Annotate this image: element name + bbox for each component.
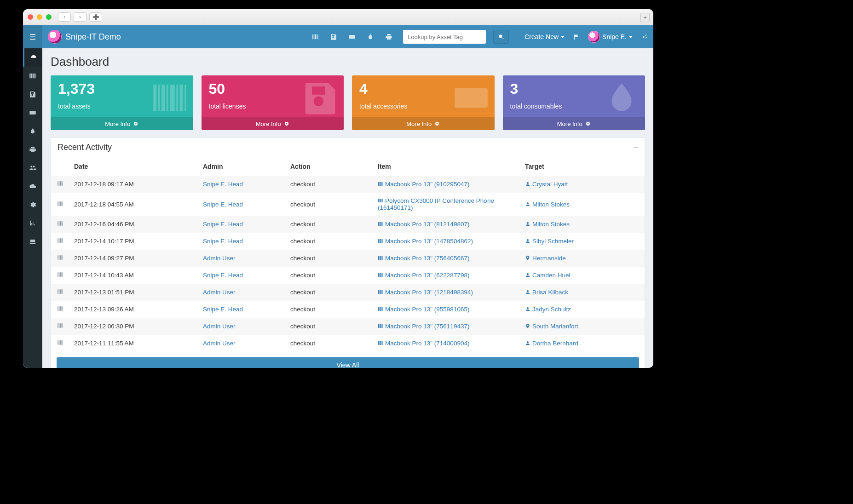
stat-card-barcode[interactable]: 1,373total assetsMore Info [51, 75, 193, 130]
collapse-button[interactable]: − [633, 143, 638, 152]
quick-license-icon[interactable] [329, 33, 338, 41]
view-all-button[interactable]: View All [57, 357, 639, 368]
location-icon [525, 323, 530, 329]
forward-button[interactable]: › [74, 12, 86, 22]
column-header: Target [520, 157, 645, 176]
target-link[interactable]: Milton Stokes [532, 201, 570, 208]
admin-link[interactable]: Admin User [203, 340, 236, 347]
back-button[interactable]: ‹ [58, 12, 71, 22]
user-icon [525, 340, 530, 346]
item-link[interactable]: Macbook Pro 13" (812149807) [385, 221, 469, 228]
panel-title: Recent Activity [58, 143, 112, 152]
admin-link[interactable]: Admin User [203, 289, 236, 296]
cell-target: Jadyn Schultz [520, 301, 645, 318]
quick-component-icon[interactable] [385, 33, 393, 41]
item-link[interactable]: Macbook Pro 13" (756119437) [385, 323, 469, 330]
cell-action: checkout [286, 233, 373, 250]
sidebar-item-consumables[interactable] [23, 122, 42, 140]
quick-accessory-icon[interactable] [348, 33, 356, 41]
target-link[interactable]: Jadyn Schultz [532, 306, 571, 313]
cell-item: Macbook Pro 13" (955981065) [373, 301, 520, 318]
sidebar-item-components[interactable] [23, 140, 42, 159]
target-link[interactable]: Dortha Bernhard [532, 340, 578, 347]
item-link[interactable]: Macbook Pro 13" (1478504862) [385, 238, 473, 245]
brand[interactable]: Snipe-IT Demo [48, 30, 121, 44]
sidebar-item-accessories[interactable] [23, 103, 42, 122]
sidebar-item-import[interactable] [23, 177, 42, 195]
user-icon [525, 181, 530, 187]
admin-link[interactable]: Snipe E. Head [203, 238, 243, 245]
cell-item: Macbook Pro 13" (1218498394) [373, 284, 520, 301]
item-link[interactable]: Macbook Pro 13" (756405667) [385, 255, 469, 262]
flag-icon [573, 34, 580, 40]
barcode-icon [378, 272, 383, 278]
zoom-window-button[interactable] [46, 14, 52, 20]
window-controls [28, 14, 52, 20]
sidebar-item-people[interactable] [23, 159, 42, 177]
target-link[interactable]: South Marianfort [532, 323, 578, 330]
item-link[interactable]: Macbook Pro 13" (714000904) [385, 340, 469, 347]
admin-link[interactable]: Snipe E. Head [203, 201, 243, 208]
item-link[interactable]: Polycom CX3000 IP Conference Phone (1614… [378, 197, 494, 211]
sidebar-item-dashboard[interactable] [23, 48, 42, 67]
sidebar-item-settings[interactable] [23, 195, 42, 214]
minimize-window-button[interactable] [37, 14, 42, 20]
quick-asset-icon[interactable] [311, 33, 319, 41]
table-row: 2017-12-18 04:55 AMSnipe E. Headcheckout… [51, 193, 645, 216]
target-link[interactable]: Brisa Kilback [532, 289, 568, 296]
asset-search-input[interactable] [403, 30, 486, 44]
cell-target: Hermanside [520, 250, 645, 267]
quick-consumable-icon[interactable] [366, 33, 375, 41]
create-new-menu[interactable]: Create New [524, 33, 565, 40]
sidebar-item-assets[interactable] [23, 67, 42, 85]
reload-button[interactable]: ➕ [89, 12, 102, 22]
target-link[interactable]: Hermanside [532, 255, 566, 262]
search-icon [498, 34, 504, 40]
sidebar-item-requestable[interactable] [23, 232, 42, 251]
admin-link[interactable]: Snipe E. Head [203, 272, 243, 279]
stat-card-tint[interactable]: 3total consumablesMore Info [503, 75, 646, 130]
table-row: 2017-12-14 09:27 PMAdmin UsercheckoutMac… [51, 250, 645, 267]
admin-link[interactable]: Admin User [203, 255, 236, 262]
stat-card-save[interactable]: 50total licensesMore Info [202, 75, 344, 130]
cell-date: 2017-12-11 11:55 AM [69, 335, 198, 352]
admin-link[interactable]: Snipe E. Head [203, 221, 243, 228]
table-row: 2017-12-11 11:55 AMAdmin UsercheckoutMac… [51, 335, 645, 352]
asset-search-button[interactable] [493, 30, 509, 44]
app: ☰ Snipe-IT Demo [23, 25, 653, 368]
item-link[interactable]: Macbook Pro 13" (622287798) [385, 272, 469, 279]
item-link[interactable]: Macbook Pro 13" (1218498394) [385, 289, 473, 296]
more-info-link[interactable]: More Info [202, 117, 344, 130]
caret-down-icon [629, 36, 633, 38]
more-info-link[interactable]: More Info [503, 117, 646, 130]
cell-action: checkout [286, 267, 373, 284]
barcode-icon [378, 238, 383, 244]
cell-item: Macbook Pro 13" (910295047) [373, 176, 520, 193]
cogs-icon [641, 34, 648, 40]
table-row: 2017-12-16 04:46 PMSnipe E. Headcheckout… [51, 216, 645, 233]
more-info-link[interactable]: More Info [352, 117, 495, 130]
sidebar-item-reports[interactable] [23, 214, 42, 232]
admin-link[interactable]: Snipe E. Head [203, 306, 243, 313]
target-link[interactable]: Camden Huel [532, 272, 571, 279]
target-link[interactable]: Milton Stokes [532, 221, 570, 228]
cell-date: 2017-12-14 09:27 PM [69, 250, 198, 267]
sidebar-toggle-button[interactable]: ☰ [23, 25, 42, 48]
target-link[interactable]: Sibyl Schmeler [532, 238, 574, 245]
user-menu[interactable]: Snipe E. [588, 31, 633, 43]
admin-link[interactable]: Snipe E. Head [203, 181, 243, 188]
item-link[interactable]: Macbook Pro 13" (910295047) [385, 181, 469, 188]
item-link[interactable]: Macbook Pro 13" (955981065) [385, 306, 469, 313]
row-type-icon [51, 267, 69, 284]
sidebar-item-licenses[interactable] [23, 85, 42, 103]
new-tab-button[interactable]: + [640, 13, 650, 22]
alerts-button[interactable] [573, 34, 580, 40]
admin-settings-button[interactable] [641, 34, 648, 40]
row-type-icon [51, 176, 69, 193]
panel-header: Recent Activity − [51, 138, 645, 157]
more-info-link[interactable]: More Info [51, 117, 193, 130]
stat-card-keyboard[interactable]: 4total accessoriesMore Info [352, 75, 495, 130]
admin-link[interactable]: Admin User [203, 323, 236, 330]
close-window-button[interactable] [28, 14, 33, 20]
target-link[interactable]: Crystal Hyatt [532, 181, 568, 188]
